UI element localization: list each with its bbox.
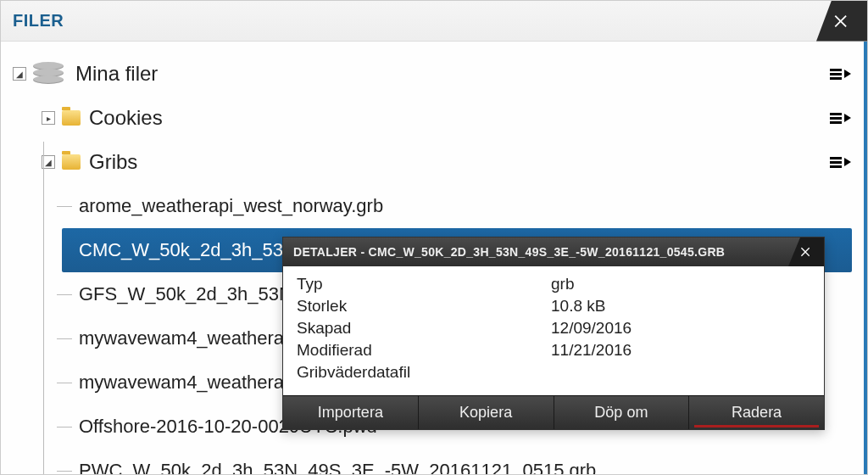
file-label: arome_weatherapi_west_norway.grb xyxy=(79,195,383,217)
content-area: ◢ Mina filer ▸ Cookies xyxy=(1,42,867,474)
created-label: Skapad xyxy=(297,319,551,338)
file-item[interactable]: PWC_W_50k_2d_3h_53N_49S_3E_-5W_20161121_… xyxy=(13,449,852,474)
details-body: Typgrb Storlek10.8 kB Skapad12/09/2016 M… xyxy=(283,266,824,395)
folder-label: Cookies xyxy=(89,106,163,130)
folder-icon xyxy=(62,110,81,126)
size-label: Storlek xyxy=(297,297,551,316)
collapse-toggle[interactable]: ◢ xyxy=(13,67,26,81)
file-item[interactable]: arome_weatherapi_west_norway.grb xyxy=(13,184,852,228)
details-panel: DETALJER - CMC_W_50K_2D_3H_53N_49S_3E_-5… xyxy=(282,237,825,430)
close-icon xyxy=(799,245,813,259)
details-titlebar: DETALJER - CMC_W_50K_2D_3H_53N_49S_3E_-5… xyxy=(283,238,824,266)
file-label: PWC_W_50k_2d_3h_53N_49S_3E_-5W_20161121_… xyxy=(79,460,596,474)
rename-button[interactable]: Döp om xyxy=(554,396,690,429)
copy-button[interactable]: Kopiera xyxy=(419,396,554,429)
created-value: 12/09/2016 xyxy=(551,319,632,338)
tree-root-label: Mina filer xyxy=(75,62,158,86)
details-title: DETALJER - CMC_W_50K_2D_3H_53N_49S_3E_-5… xyxy=(293,245,725,259)
tree-folder-gribs[interactable]: ◢ Gribs xyxy=(13,140,852,184)
modified-label: Modifierad xyxy=(297,341,551,360)
delete-button[interactable]: Radera xyxy=(689,396,824,429)
menu-icon[interactable] xyxy=(828,109,852,127)
file-manager-window: FILER ◢ Mina filer xyxy=(0,0,868,475)
close-button[interactable] xyxy=(816,1,867,42)
menu-icon[interactable] xyxy=(828,64,852,83)
tree-folder-cookies[interactable]: ▸ Cookies xyxy=(13,96,852,140)
folder-icon xyxy=(62,154,81,170)
menu-icon[interactable] xyxy=(828,153,852,171)
details-close-button[interactable] xyxy=(788,238,824,266)
titlebar: FILER xyxy=(1,1,867,42)
close-icon xyxy=(832,12,851,31)
size-value: 10.8 kB xyxy=(551,297,605,316)
folder-label: Gribs xyxy=(89,150,137,174)
description-label: Gribväderdatafil xyxy=(297,363,551,382)
modified-value: 11/21/2016 xyxy=(551,341,632,360)
window-title: FILER xyxy=(13,11,64,31)
expand-toggle[interactable]: ▸ xyxy=(42,111,55,125)
import-button[interactable]: Importera xyxy=(283,396,419,429)
details-actions: Importera Kopiera Döp om Radera xyxy=(283,395,824,429)
tree-root-node[interactable]: ◢ Mina filer xyxy=(13,52,852,96)
type-label: Typ xyxy=(297,275,551,293)
type-value: grb xyxy=(551,275,574,293)
disk-icon xyxy=(33,62,64,86)
